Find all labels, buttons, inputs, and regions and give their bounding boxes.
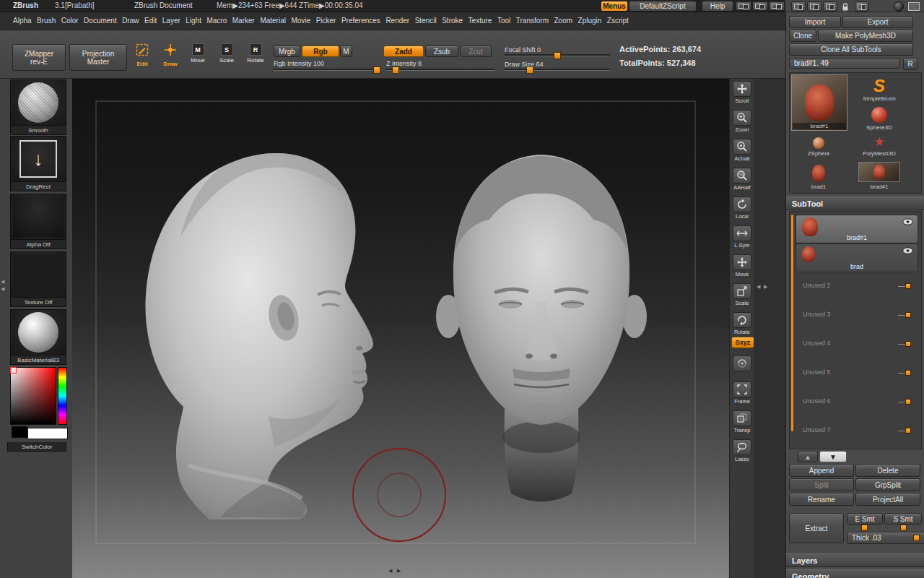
tray-expand-icon[interactable]: ▶ — [764, 284, 767, 290]
z-intensity-slider[interactable] — [386, 69, 494, 71]
color-hue-strip[interactable] — [58, 367, 67, 425]
rename-button[interactable]: Rename — [789, 493, 854, 506]
menu-render[interactable]: Render — [385, 17, 409, 25]
help-button[interactable]: Help — [702, 1, 733, 12]
subtool-item-empty[interactable]: Unused 4 — [796, 330, 917, 358]
subtool-item-empty[interactable]: Unused 3 — [796, 301, 917, 329]
import-button[interactable]: Import — [789, 16, 841, 28]
projection-master-button[interactable]: Projection Master — [69, 44, 127, 71]
tool-item-brad-hash1[interactable]: brad#1 — [849, 158, 910, 190]
rotate-mode-button[interactable]: R Rotate — [243, 43, 269, 64]
current-material-thumbnail[interactable]: BasicMaterialB3 — [10, 309, 66, 365]
sphere-logo-icon[interactable] — [894, 1, 904, 12]
e-smt-button[interactable]: E Smt — [847, 513, 883, 525]
document-canvas[interactable]: ◀ ▶ — [72, 78, 729, 578]
tool-name-field[interactable]: brad#1. 49 — [789, 58, 900, 69]
layout-icon-2[interactable] — [752, 1, 768, 11]
layout-icon-3[interactable] — [769, 1, 785, 11]
thick-handle[interactable] — [913, 535, 920, 541]
canvas-rotate-button[interactable]: Rotate — [730, 312, 754, 335]
subtool-down-button[interactable]: ▼ — [819, 451, 847, 462]
geometry-section-header[interactable]: Geometry — [786, 569, 924, 578]
subtool-knob-icon[interactable] — [905, 312, 911, 318]
menu-tool[interactable]: Tool — [497, 17, 510, 25]
menu-macro[interactable]: Macro — [206, 17, 227, 25]
edit-mode-button[interactable]: Edit — [129, 43, 155, 67]
subtool-up-button[interactable]: ▲ — [798, 451, 818, 462]
menu-movie[interactable]: Movie — [291, 17, 310, 25]
zadd-button[interactable]: Zadd — [383, 46, 424, 57]
focal-shift-handle[interactable] — [554, 52, 561, 59]
scroll-tool-button[interactable]: Scroll — [730, 81, 754, 104]
mrgb-button[interactable]: Mrgb — [274, 46, 300, 57]
menu-draw[interactable]: Draw — [122, 17, 139, 25]
projectall-button[interactable]: ProjectAll — [855, 493, 920, 506]
aa-half-button[interactable]: ½ AAHalf — [730, 168, 754, 191]
main-color-swatch[interactable] — [27, 428, 68, 439]
visibility-eye-icon[interactable] — [902, 247, 913, 256]
menu-picker[interactable]: Picker — [316, 17, 336, 25]
z-intensity-handle[interactable] — [392, 66, 399, 74]
move-mode-button[interactable]: M Move — [185, 43, 211, 64]
current-brush-thumbnail[interactable]: Smooth — [10, 79, 66, 135]
make-polymesh3d-button[interactable]: Make PolyMesh3D — [818, 30, 913, 42]
current-texture-thumbnail[interactable]: Texture Off — [10, 251, 66, 307]
delete-button[interactable]: Delete — [855, 464, 920, 477]
menu-document[interactable]: Document — [84, 17, 117, 25]
rgb-intensity-handle[interactable] — [373, 66, 380, 74]
thick-slider[interactable]: Thick .03 — [847, 532, 924, 544]
canvas-scroll-right-icon[interactable]: ▶ — [397, 568, 401, 574]
subtool-item-empty[interactable]: Unused 6 — [796, 388, 917, 415]
subtool-knob-icon[interactable] — [905, 341, 911, 347]
local-symmetry-button[interactable]: L.Sym — [730, 225, 754, 249]
zmapper-button[interactable]: ZMapper rev-E — [12, 44, 66, 71]
restore-config-button[interactable]: R — [903, 58, 918, 70]
menu-stencil[interactable]: Stencil — [415, 17, 437, 25]
subtool-item-empty[interactable]: Unused 2 — [796, 272, 917, 300]
canvas-move-button[interactable]: Move — [730, 254, 754, 277]
secondary-color-swatch[interactable] — [12, 426, 27, 438]
menu-alpha[interactable]: Alpha — [13, 17, 32, 25]
menu-edit[interactable]: Edit — [144, 17, 157, 25]
default-zscript-button[interactable]: DefaultZScript — [629, 1, 697, 12]
switch-color-button[interactable]: SwitchColor — [7, 442, 66, 452]
menu-layer[interactable]: Layer — [162, 17, 180, 25]
transparency-button[interactable]: Transp — [730, 410, 754, 434]
zcut-button[interactable]: Zcut — [460, 46, 492, 57]
menu-material[interactable]: Material — [260, 17, 286, 25]
canvas-scale-button[interactable]: Scale — [730, 283, 754, 306]
export-button[interactable]: Export — [842, 16, 913, 28]
palette-tab-icon-4[interactable] — [855, 1, 869, 12]
s-smt-handle[interactable] — [900, 525, 907, 531]
subtool-item-empty[interactable]: Unused 5 — [796, 359, 917, 387]
rgb-intensity-slider-label[interactable]: Rgb Intensity 100 — [274, 60, 324, 67]
menu-preferences[interactable]: Preferences — [341, 17, 380, 25]
rgb-button[interactable]: Rgb — [302, 46, 339, 57]
draw-size-slider[interactable] — [505, 69, 610, 71]
e-smt-handle[interactable] — [861, 525, 868, 531]
subtool-knob-icon[interactable] — [905, 399, 911, 405]
current-stroke-thumbnail[interactable]: ↓ DragRect — [10, 136, 66, 191]
menu-zscript[interactable]: Zscript — [607, 17, 629, 25]
actual-size-button[interactable]: Actual — [730, 139, 754, 162]
palette-tab-icon-1[interactable] — [791, 1, 806, 12]
subtool-knob-icon[interactable] — [905, 283, 911, 289]
clone-all-subtools-button[interactable]: Clone All SubTools — [789, 43, 913, 56]
zoom-tool-button[interactable]: Zoom — [730, 110, 754, 133]
draw-size-handle[interactable] — [526, 66, 533, 74]
menu-grid-icon[interactable] — [908, 2, 920, 11]
layout-icon-1[interactable] — [736, 1, 751, 11]
current-alpha-thumbnail[interactable]: Alpha Off — [10, 194, 66, 249]
menu-stroke[interactable]: Stroke — [442, 17, 463, 25]
sxyz-button[interactable]: Sxyz — [731, 337, 754, 348]
append-button[interactable]: Append — [789, 464, 854, 477]
left-tray-arrow-icon-2[interactable]: ◀ — [1, 286, 4, 292]
split-button[interactable]: Split — [789, 478, 854, 491]
layers-section-header[interactable]: Layers — [786, 553, 924, 567]
palette-tab-icon-2[interactable] — [807, 1, 821, 12]
menu-color[interactable]: Color — [61, 17, 79, 25]
draw-size-slider-label[interactable]: Draw Size 64 — [505, 61, 544, 68]
subtool-item[interactable]: brad — [796, 243, 918, 272]
palette-tab-icon-3[interactable] — [823, 1, 837, 12]
left-tray-arrow-icon[interactable]: ◀ — [1, 279, 4, 285]
